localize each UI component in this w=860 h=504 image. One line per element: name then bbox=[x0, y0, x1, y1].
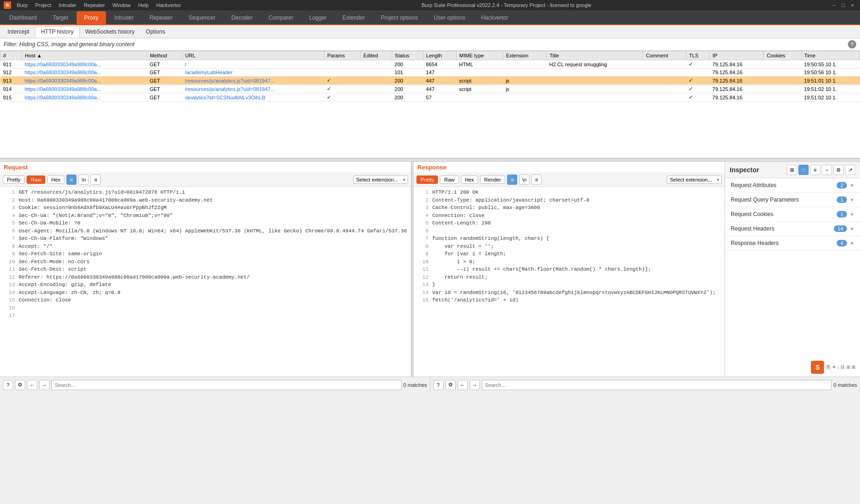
request-next-btn[interactable]: → bbox=[39, 380, 49, 390]
table-row[interactable]: 914https://0a6800330349a988c00a...GET/re… bbox=[0, 85, 860, 93]
table-cell: 79.125.84.16 bbox=[710, 69, 764, 77]
response-newline-btn[interactable]: \n bbox=[519, 175, 529, 185]
menu-hackvertor[interactable]: Hackvertor bbox=[154, 2, 183, 8]
minimize-button[interactable]: − bbox=[830, 1, 838, 9]
table-row[interactable]: 915https://0a6800330349a988c00a...GET/an… bbox=[0, 93, 860, 102]
inspector-section-request-headers[interactable]: Request Headers 14 ▼ bbox=[725, 222, 860, 236]
request-newline-btn[interactable]: \n bbox=[78, 175, 89, 185]
response-select-extension[interactable]: Select extension... bbox=[667, 175, 722, 184]
request-pretty-btn[interactable]: Pretty bbox=[3, 175, 25, 184]
filter-bar[interactable]: Filter: Hiding CSS, image and general bi… bbox=[0, 38, 860, 51]
col-header-mime[interactable]: MIME type bbox=[456, 51, 503, 60]
response-gear-btn[interactable]: ⚙ bbox=[445, 380, 456, 390]
col-header-time[interactable]: Time bbox=[801, 51, 860, 60]
request-code-line: 5Sec-Ch-Ua-Mobile: ?0 bbox=[4, 219, 407, 227]
request-panel-toolbar: Pretty Raw Hex ≡ \n ≡ Select extension..… bbox=[0, 173, 411, 187]
response-code-line: 13} bbox=[417, 281, 721, 289]
tab-project-options[interactable]: Project options bbox=[374, 11, 425, 24]
menu-repeater[interactable]: Repeater bbox=[82, 2, 106, 8]
request-prev-btn[interactable]: ← bbox=[27, 380, 37, 390]
inspector-section-response-headers[interactable]: Response Headers 4 ▼ bbox=[725, 236, 860, 251]
request-hex-btn[interactable]: Hex bbox=[47, 175, 65, 184]
col-header-length[interactable]: Length bbox=[423, 51, 456, 60]
restore-button[interactable]: □ bbox=[839, 1, 847, 9]
response-search-input[interactable] bbox=[482, 380, 832, 390]
request-code-line: 14Accept-Language: zh-CN, zh; q=0.9 bbox=[4, 289, 407, 297]
sub-tab-intercept[interactable]: Intercept bbox=[2, 26, 35, 37]
filter-help-icon[interactable]: ? bbox=[848, 40, 856, 49]
tab-dashboard[interactable]: Dashboard bbox=[2, 11, 44, 24]
close-button[interactable]: × bbox=[849, 1, 856, 9]
col-header-params[interactable]: Params bbox=[324, 51, 360, 60]
table-row[interactable]: 912https://0a6800330349a988c00a...GET/ac… bbox=[0, 69, 860, 77]
inspector-single-btn[interactable]: □ bbox=[798, 165, 809, 175]
request-gear-btn[interactable]: ⚙ bbox=[15, 380, 25, 390]
response-render-btn[interactable]: Render bbox=[480, 175, 505, 184]
request-raw-btn[interactable]: Raw bbox=[27, 175, 45, 184]
tab-target[interactable]: Target bbox=[45, 11, 76, 24]
inspector-minimize-btn[interactable]: − bbox=[822, 165, 832, 175]
menu-burp[interactable]: Burp bbox=[15, 2, 29, 8]
response-raw-btn[interactable]: Raw bbox=[440, 175, 458, 184]
col-header-cookies[interactable]: Cookies bbox=[764, 51, 801, 60]
inspector-list-btn[interactable]: ≡ bbox=[810, 165, 820, 175]
menu-window[interactable]: Window bbox=[111, 2, 133, 8]
response-panel-toolbar: Pretty Raw Hex Render ≡ \n ≡ Select exte… bbox=[414, 173, 725, 187]
col-header-ip[interactable]: IP bbox=[710, 51, 764, 60]
tab-proxy[interactable]: Proxy bbox=[77, 11, 106, 24]
inspector-settings-btn[interactable]: ⚙ bbox=[833, 165, 844, 175]
response-code-area[interactable]: 1HTTP/1.1 200 OK2Content-Type: applicati… bbox=[414, 187, 725, 377]
request-select-extension[interactable]: Select extension... bbox=[353, 175, 408, 184]
table-cell: 57 bbox=[423, 93, 456, 102]
col-header-method[interactable]: Method bbox=[147, 51, 182, 60]
table-cell: 200 bbox=[392, 60, 423, 69]
request-search-icon-btn[interactable]: ≡ bbox=[66, 175, 77, 185]
inspector-split-btn[interactable]: ⊞ bbox=[787, 165, 797, 175]
col-header-comment[interactable]: Comment bbox=[643, 51, 686, 60]
col-header-id[interactable]: # bbox=[0, 51, 22, 60]
col-header-url[interactable]: URL bbox=[182, 51, 324, 60]
tab-intruder[interactable]: Intruder bbox=[107, 11, 141, 24]
col-header-title[interactable]: Title bbox=[546, 51, 643, 60]
response-hex-btn[interactable]: Hex bbox=[461, 175, 479, 184]
col-header-status[interactable]: Status bbox=[392, 51, 423, 60]
response-wrap-btn[interactable]: ≡ bbox=[531, 175, 542, 185]
sub-tab-http-history[interactable]: HTTP history bbox=[35, 26, 80, 37]
tab-sequencer[interactable]: Sequencer bbox=[181, 11, 223, 24]
tab-user-options[interactable]: User options bbox=[426, 11, 472, 24]
col-header-host[interactable]: Host ▲ bbox=[22, 51, 147, 60]
menu-intruder[interactable]: Intruder bbox=[57, 2, 78, 8]
tab-repeater[interactable]: Repeater bbox=[142, 11, 180, 24]
tab-hackvertor[interactable]: Hackvertor bbox=[473, 11, 515, 24]
request-search-input[interactable] bbox=[51, 380, 402, 390]
col-header-ext[interactable]: Extension bbox=[503, 51, 546, 60]
inspector-expand-btn[interactable]: ↗ bbox=[845, 165, 855, 175]
response-help-btn[interactable]: ? bbox=[433, 380, 444, 390]
window-controls: − □ × bbox=[830, 1, 856, 9]
response-prev-btn[interactable]: ← bbox=[458, 380, 468, 390]
request-code-area[interactable]: 1GET /resources/js/analytics.js?uid=0819… bbox=[0, 187, 411, 377]
tab-extender[interactable]: Extender bbox=[335, 11, 373, 24]
response-search-icon-btn[interactable]: ≡ bbox=[507, 175, 517, 185]
inspector-section-request-attributes[interactable]: Request Attributes 2 ▼ bbox=[725, 178, 860, 193]
menu-help[interactable]: Help bbox=[136, 2, 151, 8]
table-row[interactable]: 913https://0a6800330349a988c00a...GET/re… bbox=[0, 77, 860, 85]
table-cell: 19:51:01 10 1. bbox=[801, 77, 860, 85]
tab-decoder[interactable]: Decoder bbox=[224, 11, 260, 24]
sub-tab-options[interactable]: Options bbox=[140, 26, 170, 37]
menu-project[interactable]: Project bbox=[33, 2, 53, 8]
inspector-section-cookies[interactable]: Request Cookies 1 ▼ bbox=[725, 207, 860, 222]
sub-tab-websockets-history[interactable]: WebSockets history bbox=[80, 26, 141, 37]
horizontal-splitter[interactable]: · · · bbox=[0, 158, 860, 162]
col-header-tls[interactable]: TLS bbox=[686, 51, 710, 60]
response-pretty-btn[interactable]: Pretty bbox=[416, 175, 438, 184]
inspector-section-query-params[interactable]: Request Query Parameters 1 ▼ bbox=[725, 193, 860, 207]
request-help-btn[interactable]: ? bbox=[3, 380, 13, 390]
tab-comparer[interactable]: Comparer bbox=[261, 11, 301, 24]
table-row[interactable]: 911https://0a6800330349a988c00a...GET/20… bbox=[0, 60, 860, 69]
tab-logger[interactable]: Logger bbox=[302, 11, 334, 24]
table-cell: HTML bbox=[456, 60, 503, 69]
col-header-edited[interactable]: Edited bbox=[360, 51, 392, 60]
request-wrap-btn[interactable]: ≡ bbox=[91, 175, 101, 185]
response-next-btn[interactable]: → bbox=[470, 380, 480, 390]
